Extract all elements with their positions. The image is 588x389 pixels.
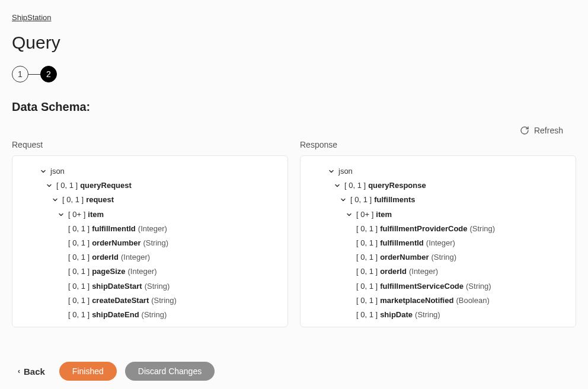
cardinality: [ 0, 1 ] [68,238,90,248]
cardinality: [ 0, 1 ] [68,281,90,292]
field-type: (Integer) [138,224,167,234]
field-name: item [376,209,392,220]
cardinality: [ 0, 1 ] [356,281,378,292]
step-1[interactable]: 1 [12,66,28,82]
tree-node: [ 0, 1 ] fulfillmentId(Integer) [12,222,287,236]
cardinality: [ 0, 1 ] [68,310,90,320]
field-name: request [86,194,114,205]
cardinality: [ 0, 1 ] [344,180,366,191]
field-type: (String) [151,295,177,306]
tree-node: [ 0, 1 ] fulfillmentProviderCode(String) [301,222,576,236]
field-type: (Integer) [128,266,157,277]
response-header: Response [300,140,576,149]
finished-button[interactable]: Finished [59,362,117,381]
field-type: (String) [466,281,491,292]
request-header: Request [12,140,288,149]
field-type: (String) [432,252,457,263]
tree-node: [ 0, 1 ] createDateStart(String) [12,294,287,308]
chevron-left-icon: ‹ [18,367,20,375]
cardinality: [ 0, 1 ] [56,180,78,191]
field-name: item [88,209,104,220]
field-type: (String) [470,224,496,234]
chevron-down-icon [44,183,54,189]
refresh-button[interactable]: Refresh [520,126,563,135]
stepper: 1 2 [12,66,576,82]
cardinality: [ 0, 1 ] [68,266,90,277]
field-name: fulfillmentId [380,238,424,248]
field-name: fulfillmentProviderCode [380,224,467,234]
page-title: Query [12,33,576,53]
cardinality: [ 0+ ] [68,209,85,220]
tree-node: [ 0, 1 ] fulfillmentId(Integer) [301,236,576,250]
field-name: orderId [92,252,119,263]
chevron-down-icon [327,168,336,174]
chevron-down-icon [344,212,354,218]
root-label: json [338,166,353,177]
tree-node: [ 0, 1 ] shipDateEnd(String) [12,308,287,322]
chevron-down-icon [56,212,66,218]
footer: ‹ Back Finished Discard Changes [0,353,588,389]
field-type: (Boolean) [456,295,489,306]
field-type: (String) [143,238,169,248]
field-name: fulfillmentServiceCode [380,281,464,292]
chevron-down-icon [333,183,342,189]
back-label: Back [24,366,45,377]
response-schema-box: json[ 0, 1 ] queryResponse[ 0, 1 ] fulfi… [300,155,576,327]
tree-node[interactable]: [ 0+ ] item [301,208,576,222]
tree-node[interactable]: [ 0+ ] item [12,208,287,222]
discard-button[interactable]: Discard Changes [125,362,215,381]
field-name: fulfillmentId [92,224,136,234]
cardinality: [ 0, 1 ] [356,266,378,277]
field-name: pageSize [92,266,125,277]
tree-node: [ 0, 1 ] orderNumber(String) [12,236,287,250]
cardinality: [ 0, 1 ] [356,252,378,263]
step-2[interactable]: 2 [40,66,57,82]
field-name: queryRequest [80,180,132,191]
cardinality: [ 0, 1 ] [356,238,378,248]
refresh-label: Refresh [534,126,563,135]
back-button[interactable]: ‹ Back [12,363,51,380]
tree-node[interactable]: [ 0, 1 ] fulfillments [301,193,576,207]
field-name: createDateStart [92,295,149,306]
tree-node: [ 0, 1 ] shipDateStart(String) [12,279,287,294]
tree-node: [ 0, 1 ] pageSize(Integer) [12,264,287,279]
tree-node[interactable]: [ 0, 1 ] queryRequest [12,178,287,193]
field-name: marketplaceNotified [380,295,453,306]
tree-root[interactable]: json [12,164,287,178]
cardinality: [ 0+ ] [356,209,373,220]
field-name: shipDateEnd [92,310,139,320]
step-connector [28,74,40,75]
chevron-down-icon [338,197,348,203]
breadcrumb-link[interactable]: ShipStation [12,13,52,22]
tree-node: [ 0, 1 ] fulfillmentServiceCode(String) [301,279,576,294]
tree-node: [ 0, 1 ] shipDate(String) [301,308,576,322]
cardinality: [ 0, 1 ] [356,295,378,306]
tree-node[interactable]: [ 0, 1 ] request [12,193,287,207]
field-type: (String) [142,310,167,320]
field-name: orderNumber [92,238,140,248]
tree-node: [ 0, 1 ] orderId(Integer) [12,250,287,264]
field-type: (Integer) [121,252,150,263]
root-label: json [50,166,65,177]
cardinality: [ 0, 1 ] [68,224,90,234]
field-name: shipDateStart [92,281,142,292]
field-type: (String) [145,281,170,292]
cardinality: [ 0, 1 ] [62,194,84,205]
cardinality: [ 0, 1 ] [68,252,90,263]
field-name: fulfillments [374,194,415,205]
cardinality: [ 0, 1 ] [356,310,378,320]
field-name: shipDate [380,310,413,320]
field-type: (String) [415,310,440,320]
tree-node: [ 0, 1 ] marketplaceNotified(Boolean) [301,294,576,308]
tree-root[interactable]: json [301,164,576,178]
section-title: Data Schema: [12,100,576,114]
field-type: (Integer) [426,238,455,248]
cardinality: [ 0, 1 ] [68,295,90,306]
chevron-down-icon [50,197,60,203]
refresh-icon [520,126,529,135]
request-schema-box: json[ 0, 1 ] queryRequest[ 0, 1 ] reques… [12,155,288,327]
tree-node: [ 0, 1 ] orderId(Integer) [301,264,576,279]
field-type: (Integer) [409,266,438,277]
tree-node[interactable]: [ 0, 1 ] queryResponse [301,178,576,193]
cardinality: [ 0, 1 ] [350,194,372,205]
